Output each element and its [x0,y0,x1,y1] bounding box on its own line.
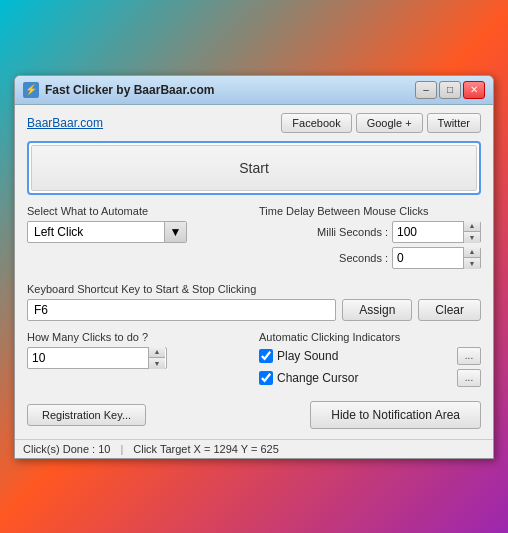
middle-section: Select What to Automate Left Click Right… [27,205,481,273]
shortcut-section: Keyboard Shortcut Key to Start & Stop Cl… [27,283,481,321]
shortcut-row: Assign Clear [27,299,481,321]
milli-label: Milli Seconds : [317,226,388,238]
seconds-spinner: ▲ ▼ [392,247,481,269]
change-cursor-browse-button[interactable]: ... [457,369,481,387]
status-bar: Click(s) Done : 10 | Click Target X = 12… [15,439,493,458]
clicks-spinner: ▲ ▼ [27,347,167,369]
indicators-label: Automatic Clicking Indicators [259,331,481,343]
milli-up-button[interactable]: ▲ [464,221,480,232]
milli-spinner: ▲ ▼ [392,221,481,243]
social-buttons: Facebook Google + Twitter [281,113,481,133]
seconds-up-button[interactable]: ▲ [464,247,480,258]
registration-key-button[interactable]: Registration Key... [27,404,146,426]
minimize-button[interactable]: – [415,81,437,99]
automation-select[interactable]: Left Click Right Click Middle Click Doub… [28,223,186,241]
play-sound-browse-button[interactable]: ... [457,347,481,365]
title-bar-left: ⚡ Fast Clicker by BaarBaar.com [23,82,214,98]
clicks-input[interactable] [28,349,148,367]
click-target-status: Click Target X = 1294 Y = 625 [133,443,279,455]
google-button[interactable]: Google + [356,113,423,133]
clear-button[interactable]: Clear [418,299,481,321]
clicks-panel: How Many Clicks to do ? ▲ ▼ [27,331,249,391]
twitter-button[interactable]: Twitter [427,113,481,133]
seconds-label: Seconds : [339,252,388,264]
indicators-panel: Automatic Clicking Indicators Play Sound… [259,331,481,391]
seconds-down-button[interactable]: ▼ [464,258,480,269]
clicks-down-button[interactable]: ▼ [149,358,165,369]
milli-down-button[interactable]: ▼ [464,232,480,243]
start-button[interactable]: Start [31,145,477,191]
time-delay-panel: Time Delay Between Mouse Clicks Milli Se… [259,205,481,273]
shortcut-input[interactable] [27,299,336,321]
automation-label: Select What to Automate [27,205,249,217]
baarbaar-link[interactable]: BaarBaar.com [27,116,103,130]
app-icon: ⚡ [23,82,39,98]
milli-input[interactable] [393,223,463,241]
clicks-label: How Many Clicks to do ? [27,331,249,343]
assign-button[interactable]: Assign [342,299,412,321]
clicks-done-status: Click(s) Done : 10 [23,443,110,455]
window-title: Fast Clicker by BaarBaar.com [45,83,214,97]
facebook-button[interactable]: Facebook [281,113,351,133]
play-sound-row: Play Sound ... [259,347,481,365]
change-cursor-row: Change Cursor ... [259,369,481,387]
play-sound-checkbox[interactable] [259,349,273,363]
top-row: BaarBaar.com Facebook Google + Twitter [27,113,481,133]
automation-dropdown-container: Left Click Right Click Middle Click Doub… [27,221,187,243]
shortcut-label: Keyboard Shortcut Key to Start & Stop Cl… [27,283,481,295]
title-buttons: – □ ✕ [415,81,485,99]
milli-row: Milli Seconds : ▲ ▼ [259,221,481,243]
main-content: BaarBaar.com Facebook Google + Twitter S… [15,105,493,439]
seconds-row: Seconds : ▲ ▼ [259,247,481,269]
close-button[interactable]: ✕ [463,81,485,99]
change-cursor-label: Change Cursor [277,371,358,385]
maximize-button[interactable]: □ [439,81,461,99]
milli-spinner-buttons: ▲ ▼ [463,221,480,243]
seconds-spinner-buttons: ▲ ▼ [463,247,480,269]
status-separator: | [120,443,123,455]
hide-notification-button[interactable]: Hide to Notification Area [310,401,481,429]
time-delay-label: Time Delay Between Mouse Clicks [259,205,481,217]
start-button-container: Start [27,141,481,195]
play-sound-label: Play Sound [277,349,338,363]
clicks-up-button[interactable]: ▲ [149,347,165,358]
seconds-input[interactable] [393,249,463,267]
automation-panel: Select What to Automate Left Click Right… [27,205,249,273]
change-cursor-checkbox[interactable] [259,371,273,385]
bottom-section: How Many Clicks to do ? ▲ ▼ Automatic Cl… [27,331,481,391]
clicks-spinner-buttons: ▲ ▼ [148,347,165,369]
title-bar: ⚡ Fast Clicker by BaarBaar.com – □ ✕ [15,76,493,105]
bottom-buttons-row: Registration Key... Hide to Notification… [27,401,481,435]
